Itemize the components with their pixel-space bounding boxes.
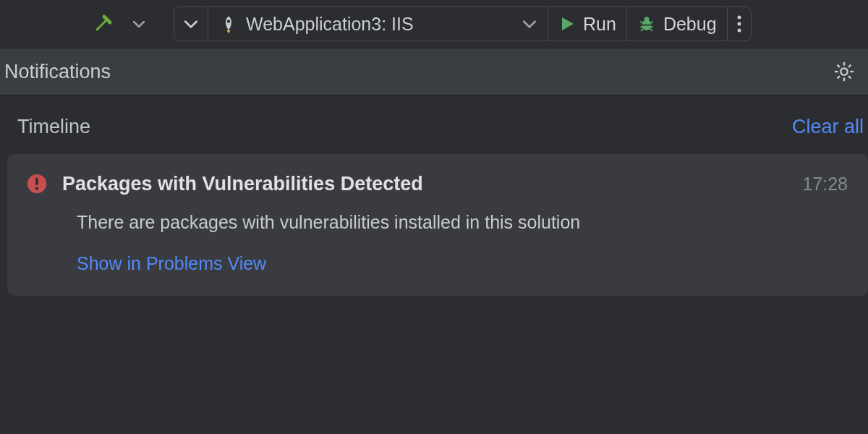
build-button[interactable] xyxy=(87,7,122,41)
svg-point-7 xyxy=(841,68,847,75)
notification-card-header: Packages with Vulnerabilities Detected 1… xyxy=(25,171,848,196)
hammer-icon xyxy=(93,12,116,35)
svg-point-3 xyxy=(644,17,650,22)
notifications-header: Notifications xyxy=(0,48,868,95)
rocket-icon xyxy=(218,14,239,34)
run-button[interactable]: Run xyxy=(548,7,627,41)
notifications-title: Notifications xyxy=(4,61,111,83)
svg-line-12 xyxy=(838,65,840,67)
svg-point-6 xyxy=(737,29,741,33)
svg-line-14 xyxy=(838,76,840,78)
svg-point-0 xyxy=(227,20,230,22)
svg-rect-17 xyxy=(35,178,38,185)
play-icon xyxy=(558,15,576,33)
build-dropdown[interactable] xyxy=(126,7,152,41)
settings-button[interactable] xyxy=(833,61,855,82)
notification-message: There are packages with vulnerabilities … xyxy=(77,212,848,233)
chevron-down-icon xyxy=(183,16,199,32)
debug-button[interactable]: Debug xyxy=(627,7,728,41)
svg-line-15 xyxy=(848,65,851,67)
svg-point-5 xyxy=(737,22,741,26)
notification-card[interactable]: Packages with Vulnerabilities Detected 1… xyxy=(7,154,868,296)
run-config-label: WebApplication3: IIS xyxy=(246,14,414,35)
history-dropdown[interactable] xyxy=(174,7,208,41)
debug-label: Debug xyxy=(663,14,717,35)
run-label: Run xyxy=(583,14,616,35)
main-toolbar: WebApplication3: IIS Run Debug xyxy=(0,0,868,48)
show-in-problems-link[interactable]: Show in Problems View xyxy=(77,253,266,274)
notification-time: 17:28 xyxy=(802,174,848,195)
notification-title: Packages with Vulnerabilities Detected xyxy=(62,173,789,195)
bug-icon xyxy=(637,14,656,33)
run-config-selector[interactable]: WebApplication3: IIS xyxy=(208,7,548,41)
svg-line-13 xyxy=(848,76,851,78)
notifications-panel: Timeline Clear all Packages with Vulnera… xyxy=(0,95,868,296)
timeline-row: Timeline Clear all xyxy=(0,109,868,154)
run-config-group: WebApplication3: IIS Run Debug xyxy=(174,7,752,41)
svg-point-18 xyxy=(35,187,38,190)
clear-all-link[interactable]: Clear all xyxy=(792,116,864,138)
more-vertical-icon xyxy=(736,14,742,34)
svg-point-4 xyxy=(737,16,741,20)
timeline-label: Timeline xyxy=(17,116,90,138)
error-icon xyxy=(25,171,49,196)
chevron-down-icon xyxy=(132,17,146,31)
chevron-down-icon xyxy=(522,16,537,32)
more-actions-button[interactable] xyxy=(728,7,751,41)
